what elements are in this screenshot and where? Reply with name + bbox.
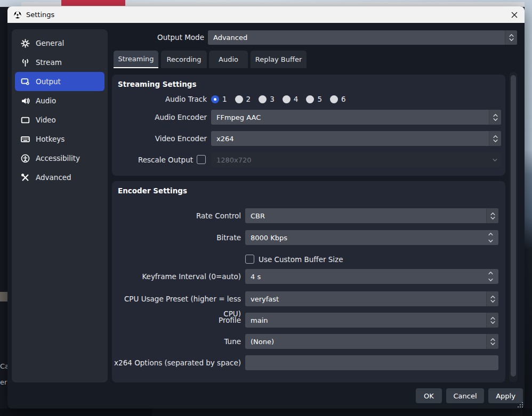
chevron-up-down-icon[interactable]: [486, 313, 498, 328]
output-mode-value: Advanced: [213, 34, 247, 42]
sidebar-item-label: Advanced: [36, 173, 71, 182]
radio-label: 6: [341, 95, 346, 103]
radio-label: 3: [270, 95, 275, 103]
rate-control-value: CBR: [251, 212, 265, 220]
sidebar-item-hotkeys[interactable]: Hotkeys: [15, 129, 104, 149]
sidebar-item-label: Hotkeys: [36, 135, 65, 143]
chevron-up-down-icon[interactable]: [486, 208, 498, 223]
sidebar-item-output[interactable]: Output: [15, 72, 104, 91]
tab-streaming[interactable]: Streaming: [114, 51, 158, 68]
tab-audio[interactable]: Audio: [209, 51, 248, 68]
chevron-up-down-icon[interactable]: [489, 110, 501, 125]
radio-icon: [259, 95, 267, 103]
gear-icon: [21, 39, 30, 48]
cpu-preset-select[interactable]: veryfast: [245, 291, 498, 306]
audio-track-row: Audio Track 1 2 3 4 5 6: [112, 92, 505, 107]
video-encoder-row: Video Encoder x264: [112, 131, 505, 146]
tab-recording[interactable]: Recording: [161, 51, 207, 68]
background-text-fragment: er: [0, 378, 7, 386]
tools-icon: [21, 173, 30, 182]
audio-track-radio-6[interactable]: 6: [330, 95, 346, 103]
profile-row: Profile main: [112, 313, 505, 328]
keyboard-icon: [21, 135, 30, 144]
scrollbar-thumb[interactable]: [511, 75, 516, 377]
spinner-arrows-icon[interactable]: [485, 230, 497, 245]
button-label: Apply: [496, 392, 515, 400]
antenna-icon: [21, 58, 30, 67]
radio-icon: [306, 95, 314, 103]
streaming-settings-card: Streaming Settings Audio Track 1 2 3 4 5…: [112, 75, 505, 176]
custom-buffer-checkbox[interactable]: [245, 255, 254, 264]
profile-value: main: [251, 316, 268, 324]
chevron-up-down-icon[interactable]: [486, 334, 498, 349]
sidebar-item-audio[interactable]: Audio: [15, 91, 104, 110]
rate-control-label: Rate Control: [112, 208, 241, 223]
tune-label: Tune: [112, 334, 241, 349]
tab-label: Audio: [219, 55, 238, 63]
background-text-fragment: Ca: [0, 362, 7, 370]
section-title: Streaming Settings: [118, 80, 197, 88]
tab-label: Recording: [166, 55, 201, 63]
bitrate-spinbox[interactable]: 8000 Kbps: [245, 230, 498, 245]
apply-button[interactable]: Apply: [488, 388, 523, 403]
bitrate-row: Bitrate 8000 Kbps: [112, 230, 505, 245]
bitrate-label: Bitrate: [112, 230, 241, 245]
tab-replay-buffer[interactable]: Replay Buffer: [251, 51, 307, 68]
sidebar-item-stream[interactable]: Stream: [15, 53, 104, 72]
audio-track-label: Audio Track: [112, 92, 207, 107]
chevron-up-down-icon[interactable]: [486, 291, 498, 306]
rescale-output-checkbox[interactable]: [197, 155, 206, 164]
audio-track-radio-2[interactable]: 2: [235, 95, 251, 103]
audio-track-radio-3[interactable]: 3: [259, 95, 275, 103]
sidebar-item-label: Output: [36, 77, 61, 86]
sidebar-item-label: Accessibility: [36, 154, 80, 162]
radio-checked-icon: [211, 95, 219, 103]
cpu-preset-value: veryfast: [251, 295, 279, 303]
obs-logo-icon: [13, 10, 22, 19]
audio-encoder-label: Audio Encoder: [112, 110, 207, 125]
keyframe-interval-spinbox[interactable]: 4 s: [245, 269, 498, 284]
chevron-up-down-icon[interactable]: [489, 131, 501, 146]
radio-label: 5: [317, 95, 322, 103]
audio-encoder-select[interactable]: FFmpeg AAC: [211, 110, 501, 125]
background-red-bar: [61, 0, 125, 6]
keyframe-interval-label: Keyframe Interval (0=auto): [112, 269, 241, 284]
tune-value: (None): [251, 338, 274, 346]
spinner-arrows-icon[interactable]: [485, 269, 497, 284]
sidebar-item-label: Video: [36, 116, 56, 124]
vertical-scrollbar[interactable]: [509, 72, 518, 382]
sidebar-item-accessibility[interactable]: Accessibility: [15, 149, 104, 168]
output-mode-select[interactable]: Advanced: [208, 30, 517, 45]
radio-icon: [330, 95, 338, 103]
profile-label: Profile: [112, 313, 241, 328]
audio-track-radio-5[interactable]: 5: [306, 95, 322, 103]
button-label: OK: [424, 392, 434, 400]
ok-button[interactable]: OK: [416, 388, 442, 403]
background-patch: [0, 292, 7, 301]
rate-control-select[interactable]: CBR: [245, 208, 498, 223]
resize-grip[interactable]: [518, 402, 523, 407]
display-camera-icon: [21, 77, 30, 86]
sidebar-item-video[interactable]: Video: [15, 110, 104, 129]
sidebar-item-advanced[interactable]: Advanced: [15, 168, 104, 187]
x264-options-input[interactable]: [245, 355, 498, 370]
sidebar-item-label: Stream: [36, 58, 62, 67]
sidebar-item-label: General: [36, 39, 64, 47]
audio-track-radio-4[interactable]: 4: [283, 95, 299, 103]
close-button[interactable]: [507, 8, 521, 21]
audio-track-radio-group: 1 2 3 4 5 6: [211, 92, 346, 107]
rescale-resolution-select: 1280x720: [211, 152, 501, 167]
tab-label: Replay Buffer: [255, 55, 302, 63]
tune-select[interactable]: (None): [245, 334, 498, 349]
video-encoder-select[interactable]: x264: [211, 131, 501, 146]
titlebar[interactable]: Settings: [7, 6, 525, 23]
cancel-button[interactable]: Cancel: [446, 388, 484, 403]
audio-encoder-row: Audio Encoder FFmpeg AAC: [112, 110, 505, 125]
keyframe-interval-row: Keyframe Interval (0=auto) 4 s: [112, 269, 505, 284]
audio-track-radio-1[interactable]: 1: [211, 95, 227, 103]
profile-select[interactable]: main: [245, 313, 498, 328]
x264-options-label: x264 Options (separated by space): [112, 355, 241, 370]
chevron-up-down-icon[interactable]: [505, 30, 517, 45]
rescale-output-row: Rescale Output 1280x720: [112, 152, 505, 167]
sidebar-item-general[interactable]: General: [15, 34, 104, 53]
